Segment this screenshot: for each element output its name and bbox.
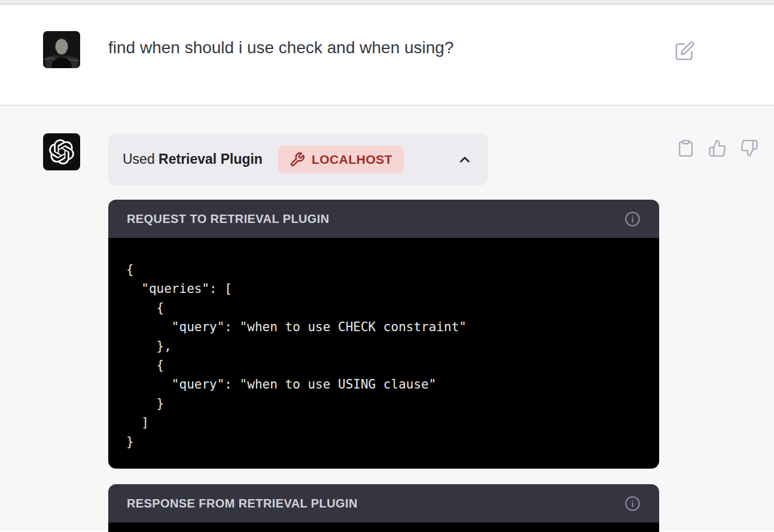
request-code-block[interactable]: { "queries": [ { "query": "when to use C… <box>108 238 659 469</box>
plugin-name: Retrieval Plugin <box>159 151 263 167</box>
localhost-badge: LOCALHOST <box>278 146 404 173</box>
request-panel: REQUEST TO RETRIEVAL PLUGIN { "queries":… <box>108 200 659 469</box>
assistant-avatar <box>43 133 80 170</box>
info-icon[interactable] <box>624 496 641 512</box>
edit-icon <box>675 41 695 61</box>
response-code-block[interactable] <box>108 522 659 532</box>
response-panel-title: RESPONSE FROM RETRIEVAL PLUGIN <box>127 497 358 510</box>
user-message-text: find when should i use check and when us… <box>108 31 454 105</box>
plugin-usage-label: Used Retrieval Plugin <box>123 151 263 167</box>
user-message: find when should i use check and when us… <box>0 5 774 105</box>
wrench-icon <box>290 152 305 167</box>
response-panel-header: RESPONSE FROM RETRIEVAL PLUGIN <box>108 484 659 522</box>
assistant-message: Used Retrieval Plugin LOCALHOST REQUEST … <box>0 105 774 531</box>
openai-logo-icon <box>49 139 74 164</box>
thumbs-up-icon <box>708 139 727 158</box>
plugin-usage-toggle[interactable]: Used Retrieval Plugin LOCALHOST <box>108 133 488 185</box>
request-panel-header: REQUEST TO RETRIEVAL PLUGIN <box>108 200 659 238</box>
user-avatar <box>43 31 80 68</box>
thumbs-up-button[interactable] <box>708 138 727 158</box>
clipboard-icon <box>677 139 695 158</box>
request-panel-title: REQUEST TO RETRIEVAL PLUGIN <box>127 212 330 226</box>
message-actions <box>677 138 759 158</box>
user-avatar-image <box>43 31 80 68</box>
previous-message-edge <box>0 0 774 5</box>
thumbs-down-icon <box>740 139 758 158</box>
chevron-up-icon <box>457 152 473 167</box>
copy-button[interactable] <box>677 138 696 158</box>
response-panel: RESPONSE FROM RETRIEVAL PLUGIN <box>108 484 659 532</box>
info-icon[interactable] <box>624 211 641 227</box>
thumbs-down-button[interactable] <box>740 138 759 158</box>
edit-message-button[interactable] <box>675 41 695 61</box>
localhost-badge-label: LOCALHOST <box>312 152 392 167</box>
